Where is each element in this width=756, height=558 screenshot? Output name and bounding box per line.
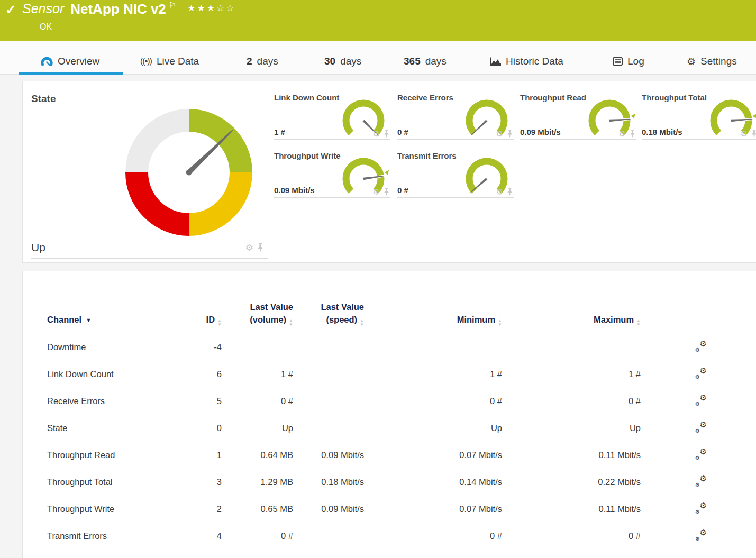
- pin-icon[interactable]: [257, 243, 263, 252]
- cell-id: 3: [197, 477, 222, 487]
- sort-icons: ▲▼: [289, 319, 293, 326]
- column-header-last-value-volume[interactable]: Last Value (volume)▲▼: [222, 301, 293, 326]
- edit-channel-gears-icon[interactable]: ⚙⚙: [695, 529, 707, 541]
- edit-channel-gears-icon[interactable]: ⚙⚙: [695, 475, 707, 487]
- gauge-value: 0.09 Mbit/s: [520, 127, 561, 136]
- cell-id: 2: [197, 504, 222, 514]
- gauge-tile[interactable]: Link Down Count 1 # ⚙: [274, 93, 390, 140]
- gauge-tile[interactable]: Transmit Errors 0 # ⚙: [397, 151, 514, 198]
- state-value: Up: [31, 241, 45, 254]
- cell-channel: State: [47, 423, 197, 433]
- pin-icon[interactable]: [507, 188, 513, 196]
- cell-last-value-volume: 1.29 MB: [222, 477, 293, 487]
- tab-label: Live Data: [157, 56, 199, 67]
- gauge-value: 1 #: [274, 127, 285, 136]
- channel-table-row[interactable]: State 0 Up Up Up ⚙⚙: [23, 415, 756, 442]
- sensor-banner: ✓ Sensor NetApp NIC v2 ⚐ ★★★☆☆ OK: [0, 0, 756, 41]
- cell-maximum: 1 #: [502, 369, 641, 379]
- tab-number: 365: [404, 56, 421, 67]
- status-check-icon: ✓: [5, 2, 16, 17]
- cell-minimum: 0 #: [364, 396, 502, 406]
- cell-channel: Downtime: [47, 342, 197, 352]
- cell-channel: Receive Errors: [47, 396, 197, 406]
- gear-icon[interactable]: ⚙: [496, 130, 503, 138]
- edit-channel-gears-icon[interactable]: ⚙⚙: [695, 422, 707, 433]
- area-chart-icon: [489, 57, 501, 66]
- cell-last-value-speed: 0.18 Mbit/s: [293, 477, 364, 487]
- gauge-tile[interactable]: Receive Errors 0 # ⚙: [397, 93, 514, 140]
- pin-icon[interactable]: [507, 130, 513, 138]
- edit-channel-gears-icon[interactable]: ⚙⚙: [695, 341, 707, 352]
- pin-icon[interactable]: [630, 130, 635, 138]
- gauge-value: 0.18 Mbit/s: [642, 127, 682, 136]
- sensor-status: OK: [40, 22, 52, 32]
- gear-icon[interactable]: ⚙: [741, 130, 748, 138]
- column-header-last-value-speed[interactable]: Last Value (speed)▲▼: [293, 301, 364, 326]
- tab-label: Overview: [58, 56, 99, 67]
- gauge-tile[interactable]: Throughput Total 0.18 Mbit/s ⚙: [642, 93, 756, 140]
- tab-live-data[interactable]: ((•)) Live Data: [140, 49, 199, 74]
- cell-channel: Link Down Count: [47, 369, 197, 379]
- edit-channel-gears-icon[interactable]: ⚙⚙: [695, 368, 707, 379]
- sort-icons: ▲▼: [636, 319, 641, 326]
- cell-id: 1: [197, 450, 222, 460]
- priority-flag-icon[interactable]: ⚐: [169, 1, 176, 10]
- pin-icon[interactable]: [384, 188, 389, 196]
- tab-30-days[interactable]: 30 days: [324, 49, 361, 74]
- gauge-value: 0 #: [397, 186, 408, 195]
- gear-icon[interactable]: ⚙: [245, 243, 253, 252]
- channel-table-row[interactable]: Throughput Write 2 0.65 MB 0.09 Mbit/s 0…: [23, 496, 756, 523]
- gauge-value: 0 #: [397, 127, 408, 136]
- tab-label: Historic Data: [506, 56, 563, 67]
- cell-id: 0: [197, 423, 222, 433]
- cell-last-value-volume: 0.64 MB: [222, 450, 293, 460]
- gear-icon[interactable]: ⚙: [373, 130, 380, 138]
- tab-label: Settings: [700, 56, 737, 67]
- edit-channel-gears-icon[interactable]: ⚙⚙: [695, 449, 707, 460]
- cell-minimum: 1 #: [364, 369, 502, 379]
- column-header-channel[interactable]: Channel▼: [47, 314, 197, 326]
- table-header-row: Channel▼ ID▲▼ Last Value (volume)▲▼ Last…: [23, 271, 756, 334]
- channel-table-row[interactable]: Receive Errors 5 0 # 0 # 0 # ⚙⚙: [23, 388, 756, 415]
- tab-log[interactable]: Log: [613, 49, 644, 74]
- cell-channel: Transmit Errors: [47, 531, 197, 541]
- cell-last-value-volume: 0.65 MB: [222, 504, 293, 514]
- sort-icons: ▲▼: [360, 319, 364, 326]
- channel-table-row[interactable]: Throughput Total 3 1.29 MB 0.18 Mbit/s 0…: [23, 469, 756, 496]
- priority-stars[interactable]: ★★★☆☆: [187, 3, 235, 14]
- gear-icon[interactable]: ⚙: [496, 188, 503, 196]
- tab-365-days[interactable]: 365 days: [404, 49, 447, 74]
- gear-icon[interactable]: ⚙: [619, 130, 626, 138]
- cell-minimum: 0.07 Mbit/s: [364, 504, 502, 514]
- tab-2-days[interactable]: 2 days: [247, 49, 278, 74]
- edit-channel-gears-icon[interactable]: ⚙⚙: [695, 502, 707, 514]
- state-title: State: [31, 93, 268, 105]
- cell-id: 5: [197, 396, 222, 406]
- gauge-tile[interactable]: Throughput Read 0.09 Mbit/s ⚙: [520, 93, 636, 140]
- pin-icon[interactable]: [384, 130, 389, 138]
- channel-table-row[interactable]: Downtime -4 ⚙⚙: [23, 334, 756, 361]
- tab-settings[interactable]: ⚙ Settings: [687, 49, 737, 74]
- tab-overview[interactable]: Overview: [19, 49, 123, 74]
- channel-table-row[interactable]: Transmit Errors 4 0 # 0 # 0 # ⚙⚙: [23, 523, 756, 550]
- edit-channel-gears-icon[interactable]: ⚙⚙: [695, 395, 707, 406]
- gauges-panel: State Up ⚙ Link Down Count: [22, 81, 756, 263]
- cell-last-value-volume: 0 #: [222, 531, 293, 541]
- state-gauge-chart: [122, 106, 256, 239]
- tab-historic-data[interactable]: Historic Data: [489, 49, 563, 74]
- pin-icon[interactable]: [751, 130, 756, 138]
- channel-table-row[interactable]: Throughput Read 1 0.64 MB 0.09 Mbit/s 0.…: [23, 442, 756, 469]
- log-list-icon: [613, 57, 623, 66]
- cell-channel: Throughput Total: [47, 477, 197, 487]
- broadcast-icon: ((•)): [140, 57, 152, 66]
- channel-table-row[interactable]: Link Down Count 6 1 # 1 # 1 # ⚙⚙: [23, 361, 756, 388]
- tab-bar: Overview ((•)) Live Data 2 days 30 days …: [0, 41, 756, 75]
- tab-number: 2: [247, 56, 252, 67]
- gauge-tile[interactable]: Throughput Write 0.09 Mbit/s ⚙: [274, 151, 390, 198]
- sensor-title: NetApp NIC v2: [70, 1, 166, 17]
- gear-icon[interactable]: ⚙: [373, 188, 380, 196]
- column-header-minimum[interactable]: Minimum▲▼: [364, 314, 502, 326]
- column-header-id[interactable]: ID▲▼: [197, 314, 222, 326]
- column-header-maximum[interactable]: Maximum▲▼: [502, 314, 641, 326]
- state-gauge-tile[interactable]: State Up ⚙: [31, 93, 268, 259]
